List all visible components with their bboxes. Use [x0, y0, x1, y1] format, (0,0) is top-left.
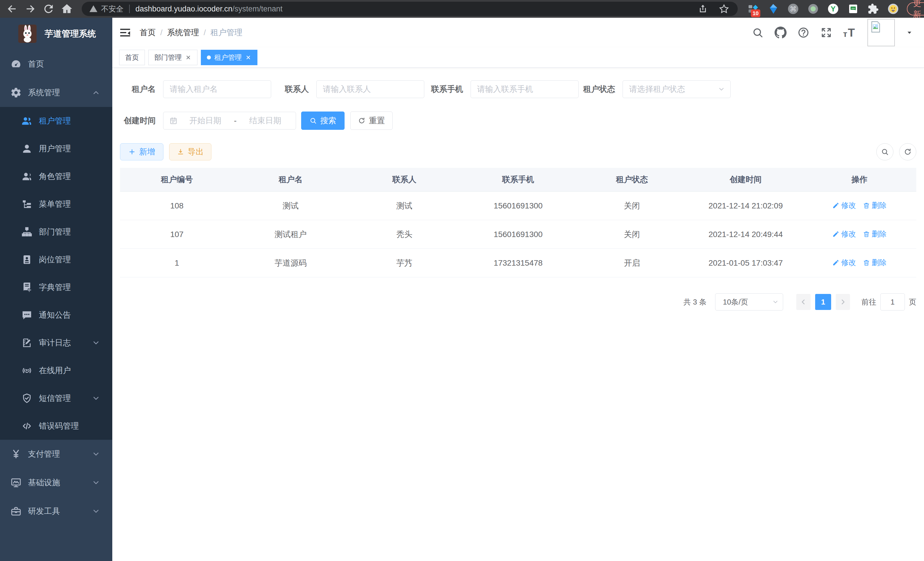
sidebar-item-menu-management[interactable]: 菜单管理 [0, 190, 112, 218]
browser-home-icon[interactable] [61, 3, 73, 15]
sidebar-item-dept-management[interactable]: 部门管理 [0, 218, 112, 246]
table-row: 108测试测试15601691300关闭2021-12-14 21:02:09修… [120, 192, 916, 220]
header-search-icon[interactable] [752, 27, 764, 39]
edit-icon [832, 202, 839, 209]
edit-label: 修改 [841, 258, 856, 268]
prev-page-button[interactable] [796, 294, 811, 310]
goto-page-input[interactable] [880, 293, 905, 311]
tenant-name-input[interactable] [163, 80, 271, 98]
delete-label: 删除 [872, 200, 886, 211]
download-icon [177, 148, 184, 156]
extension-command-icon[interactable]: ⌘ [788, 3, 799, 15]
chevron-down-icon [772, 299, 779, 305]
extension-y-icon[interactable]: Y [827, 3, 839, 15]
app-logo[interactable]: 芋道管理系统 [0, 18, 112, 50]
sidebar-item-label: 租户管理 [39, 116, 71, 126]
table-cell: 17321315478 [461, 249, 575, 277]
extension-chat-icon[interactable] [848, 3, 859, 15]
avatar-caret-icon[interactable] [906, 29, 913, 36]
create-time-label: 创建时间 [120, 115, 156, 126]
address-bar[interactable]: 不安全 dashboard.yudao.iocoder.cn /system/t… [82, 2, 738, 16]
sidebar-item-user-management[interactable]: 用户管理 [0, 135, 112, 162]
breadcrumb-item[interactable]: 系统管理 [167, 27, 199, 38]
browser-back-icon[interactable] [6, 3, 18, 15]
chevron-down-icon [92, 394, 100, 403]
font-size-icon[interactable]: тT [843, 27, 855, 38]
update-label: 更新 [913, 0, 921, 20]
tree-icon [21, 199, 33, 210]
contact-mobile-input[interactable] [471, 80, 579, 98]
tab-home[interactable]: 首页 [119, 50, 145, 65]
edit-link[interactable]: 修改 [832, 258, 856, 268]
page-number-1[interactable]: 1 [815, 294, 831, 310]
profile-avatar-icon[interactable] [887, 3, 899, 15]
extensions-puzzle-icon[interactable] [867, 3, 879, 15]
tab-tenant-management[interactable]: 租户管理 [201, 50, 257, 65]
edit-label: 修改 [841, 200, 856, 211]
create-time-range-picker[interactable]: 开始日期 - 结束日期 [163, 112, 296, 129]
next-page-button[interactable] [836, 294, 850, 310]
toggle-search-button[interactable] [876, 143, 893, 160]
chevron-down-icon [92, 507, 100, 516]
edit-link[interactable]: 修改 [832, 200, 856, 211]
help-icon[interactable] [797, 27, 809, 39]
monitor-icon [10, 477, 22, 488]
sidebar-item-online-user[interactable]: 在线用户 [0, 356, 112, 384]
extension-circle-icon[interactable] [807, 3, 819, 15]
sidebar-item-system-management[interactable]: 系统管理 [0, 78, 112, 107]
sidebar-item-label: 字典管理 [39, 282, 71, 293]
tenant-status-select[interactable]: 请选择租户状态 [622, 80, 730, 98]
sidebar-item-infrastructure[interactable]: 基础设施 [0, 468, 112, 497]
github-icon[interactable] [775, 27, 787, 39]
bookmark-star-icon[interactable] [719, 4, 729, 14]
start-date-placeholder[interactable]: 开始日期 [178, 115, 233, 126]
page-suffix: 页 [909, 297, 916, 307]
browser-forward-icon[interactable] [24, 3, 37, 15]
sidebar-item-audit-log[interactable]: 审计日志 [0, 329, 112, 356]
not-secure-icon[interactable] [89, 5, 98, 13]
sidebar-item-error-code-management[interactable]: 错误码管理 [0, 412, 112, 440]
avatar[interactable] [867, 19, 895, 46]
sidebar-item-dict-management[interactable]: 字典管理 [0, 273, 112, 301]
sidebar-item-tenant-management[interactable]: 租户管理 [0, 107, 112, 135]
online-icon [21, 365, 33, 376]
sidebar-menu: 首页系统管理租户管理用户管理角色管理菜单管理部门管理岗位管理字典管理通知公告审计… [0, 50, 112, 526]
tab-dept-management[interactable]: 部门管理 [148, 50, 197, 65]
delete-link[interactable]: 删除 [863, 229, 886, 239]
sidebar-item-post-management[interactable]: 岗位管理 [0, 246, 112, 273]
browser-reload-icon[interactable] [42, 3, 55, 15]
page-size-select[interactable]: 10条/页 [715, 293, 783, 311]
delete-link[interactable]: 删除 [863, 200, 886, 211]
sidebar-item-sms-management[interactable]: 短信管理 [0, 384, 112, 412]
breadcrumb-item[interactable]: 首页 [140, 27, 156, 38]
chrome-update-button[interactable]: 更新 [907, 2, 924, 15]
edit-link[interactable]: 修改 [832, 229, 856, 239]
sidebar-item-dev-tools[interactable]: 研发工具 [0, 497, 112, 526]
reset-button[interactable]: 重置 [350, 111, 393, 130]
yen-icon [10, 448, 22, 460]
sidebar-item-payment-management[interactable]: 支付管理 [0, 440, 112, 468]
sidebar-item-label: 用户管理 [39, 143, 71, 154]
sidebar-toggle-icon[interactable] [118, 26, 132, 39]
end-date-placeholder[interactable]: 结束日期 [238, 115, 293, 126]
add-button[interactable]: 新增 [120, 143, 164, 160]
fullscreen-icon[interactable] [820, 27, 832, 39]
extension-kite-icon[interactable] [767, 3, 779, 15]
refresh-table-button[interactable] [899, 143, 916, 160]
add-button-label: 新增 [139, 146, 155, 157]
extension-grid-icon[interactable]: 10 [747, 3, 759, 15]
broken-image-icon [869, 21, 882, 33]
security-label[interactable]: 不安全 [101, 4, 123, 14]
close-icon[interactable] [185, 54, 191, 61]
sidebar-item-home[interactable]: 首页 [0, 50, 112, 78]
contact-name-input[interactable] [316, 80, 424, 98]
export-button[interactable]: 导出 [169, 143, 212, 160]
search-button[interactable]: 搜索 [301, 111, 345, 130]
chevron-down-icon [92, 338, 100, 347]
search-icon [309, 117, 317, 124]
sidebar-item-notice-announcement[interactable]: 通知公告 [0, 301, 112, 329]
delete-link[interactable]: 删除 [863, 258, 886, 268]
share-icon[interactable] [698, 4, 708, 14]
close-icon[interactable] [245, 54, 251, 61]
sidebar-item-role-management[interactable]: 角色管理 [0, 162, 112, 190]
